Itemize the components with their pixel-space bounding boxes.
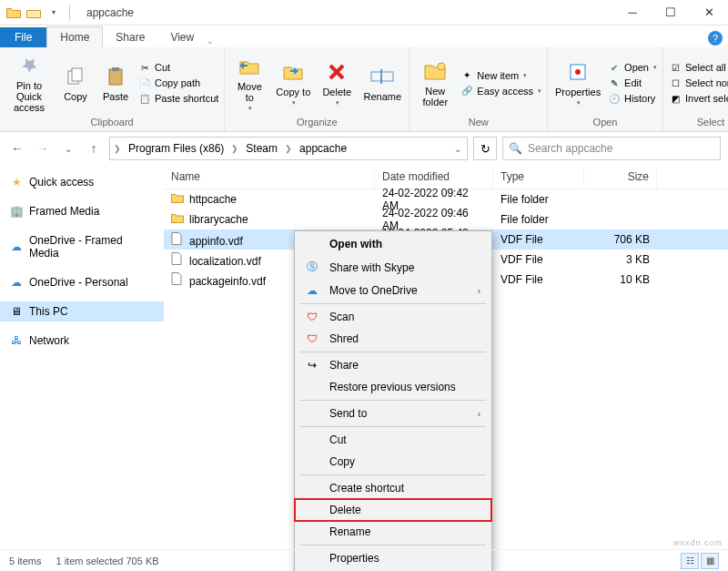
properties-button[interactable]: Properties▾ — [553, 57, 602, 108]
file-type: VDF File — [493, 253, 584, 266]
ctx-scan[interactable]: 🛡Scan — [295, 306, 491, 328]
recent-locations-button[interactable]: ⌄ — [58, 138, 78, 158]
paste-button[interactable]: Paste — [98, 62, 133, 104]
ctx-cut[interactable]: Cut — [295, 429, 491, 451]
cut-button[interactable]: ✂Cut — [138, 61, 218, 74]
tab-share[interactable]: Share — [103, 27, 157, 47]
ribbon-group-select: ☑Select all ☐Select none ◩Invert selecti… — [663, 47, 728, 131]
properties-icon — [565, 59, 591, 85]
open-button[interactable]: ✔Open▾ — [608, 61, 657, 74]
history-button[interactable]: 🕘History — [608, 92, 657, 105]
refresh-button[interactable]: ↻ — [473, 137, 497, 160]
back-button[interactable]: ← — [7, 138, 27, 158]
ctx-create-shortcut[interactable]: Create shortcut — [295, 477, 491, 499]
status-bar: 5 items 1 item selected 705 KB ☷ ▦ — [0, 549, 728, 571]
divider — [69, 5, 70, 21]
file-icon — [171, 252, 186, 268]
ctx-copy[interactable]: Copy — [295, 451, 491, 473]
cloud-icon: ☁ — [9, 240, 24, 253]
dropdown-icon: ▾ — [577, 99, 581, 107]
ctx-open-with[interactable]: Open with — [295, 233, 491, 255]
sidebar-item-framed-media[interactable]: 🏢Framed Media — [0, 201, 164, 221]
search-box[interactable]: 🔍 Search appcache — [502, 137, 721, 160]
maximize-button[interactable]: ☐ — [652, 0, 690, 25]
folder-icon — [5, 5, 22, 21]
window-controls: ─ ☐ ✕ — [613, 0, 728, 25]
context-menu: Open with ⓈShare with Skype ☁Move to One… — [294, 230, 492, 571]
sidebar-item-onedrive-framed[interactable]: ☁OneDrive - Framed Media — [0, 230, 164, 263]
dropdown-icon: ▾ — [538, 87, 541, 95]
new-item-icon: ✦ — [460, 69, 473, 82]
address-dropdown-icon[interactable]: ⌄ — [449, 144, 467, 154]
delete-button[interactable]: Delete▾ — [318, 57, 356, 108]
collapse-ribbon-icon[interactable]: ⌄ — [207, 36, 214, 46]
breadcrumb-3[interactable]: appcache — [296, 142, 350, 155]
paste-shortcut-button[interactable]: 📋Paste shortcut — [138, 92, 218, 105]
easy-access-button[interactable]: 🔗Easy access▾ — [460, 85, 541, 97]
select-none-button[interactable]: ☐Select none — [669, 76, 728, 89]
file-type: VDF File — [493, 233, 584, 246]
minimize-button[interactable]: ─ — [613, 0, 652, 25]
network-icon: 🖧 — [9, 334, 24, 347]
col-date[interactable]: Date modified — [375, 165, 493, 189]
easy-access-icon: 🔗 — [460, 85, 473, 97]
open-group-label: Open — [553, 115, 657, 129]
sidebar-item-onedrive-personal[interactable]: ☁OneDrive - Personal — [0, 272, 164, 292]
ctx-rename[interactable]: Rename — [295, 521, 491, 543]
file-type: VDF File — [493, 273, 584, 286]
navigation-sidebar: ★Quick access 🏢Framed Media ☁OneDrive - … — [0, 165, 164, 556]
copy-path-button[interactable]: 📄Copy path — [138, 76, 218, 89]
tab-file[interactable]: File — [0, 27, 46, 47]
file-name: packageinfo.vdf — [189, 275, 266, 288]
address-bar[interactable]: ❯ Program Files (x86) ❯ Steam ❯ appcache… — [109, 137, 468, 160]
paste-shortcut-icon: 📋 — [138, 92, 151, 105]
rename-button[interactable]: Rename — [361, 62, 403, 104]
col-type[interactable]: Type — [493, 165, 584, 189]
dropdown-icon: ▾ — [336, 99, 339, 107]
edit-button[interactable]: ✎Edit — [608, 76, 657, 89]
ctx-share-skype[interactable]: ⓈShare with Skype — [295, 255, 491, 280]
details-view-button[interactable]: ☷ — [681, 553, 699, 569]
select-all-button[interactable]: ☑Select all — [669, 61, 728, 74]
copy-to-button[interactable]: Copy to▾ — [274, 57, 312, 108]
pc-icon: 🖥 — [9, 305, 24, 318]
copy-button[interactable]: Copy — [58, 62, 93, 104]
ctx-restore[interactable]: Restore previous versions — [295, 376, 491, 398]
tab-home[interactable]: Home — [46, 26, 103, 47]
ribbon-tabs: File Home Share View ⌄ ? — [0, 25, 728, 47]
ctx-move-onedrive[interactable]: ☁Move to OneDrive› — [295, 280, 491, 301]
tab-view[interactable]: View — [157, 27, 207, 47]
new-item-button[interactable]: ✦New item▾ — [460, 69, 541, 82]
address-row: ← → ⌄ ↑ ❯ Program Files (x86) ❯ Steam ❯ … — [0, 132, 728, 165]
forward-button[interactable]: → — [33, 138, 53, 158]
dropdown-icon: ▾ — [248, 105, 252, 112]
sidebar-item-network[interactable]: 🖧Network — [0, 331, 164, 351]
sidebar-item-quick-access[interactable]: ★Quick access — [0, 172, 164, 192]
view-buttons: ☷ ▦ — [681, 553, 719, 569]
down-chevron-icon[interactable]: ▾ — [46, 5, 62, 21]
sidebar-item-this-pc[interactable]: 🖥This PC — [0, 301, 164, 321]
pin-to-quick-access-button[interactable]: Pin to Quick access — [5, 51, 53, 115]
ctx-send-to[interactable]: Send to› — [295, 403, 491, 424]
thumbnails-view-button[interactable]: ▦ — [701, 553, 719, 569]
col-name[interactable]: Name — [164, 165, 375, 189]
move-to-button[interactable]: Move to▾ — [230, 52, 268, 114]
ctx-share[interactable]: ↪Share — [295, 354, 491, 376]
title-bar: ▾ appcache ─ ☐ ✕ — [0, 0, 728, 25]
help-icon[interactable]: ? — [708, 31, 723, 46]
ctx-delete[interactable]: Delete — [295, 499, 491, 521]
search-icon: 🔍 — [509, 142, 522, 155]
up-button[interactable]: ↑ — [84, 138, 104, 158]
ctx-shred[interactable]: 🛡Shred — [295, 328, 491, 350]
submenu-arrow-icon: › — [478, 409, 480, 419]
copy-icon — [63, 64, 88, 89]
new-folder-icon — [422, 58, 448, 84]
ribbon-group-organize: Move to▾ Copy to▾ Delete▾ Rename Organiz… — [225, 47, 410, 131]
new-folder-button[interactable]: New folder — [415, 56, 455, 109]
col-size[interactable]: Size — [584, 165, 657, 189]
select-all-icon: ☑ — [669, 61, 682, 74]
breadcrumb-2[interactable]: Steam — [242, 142, 281, 155]
close-button[interactable]: ✕ — [690, 0, 728, 25]
invert-selection-button[interactable]: ◩Invert selection — [669, 92, 728, 105]
breadcrumb-1[interactable]: Program Files (x86) — [125, 142, 228, 155]
